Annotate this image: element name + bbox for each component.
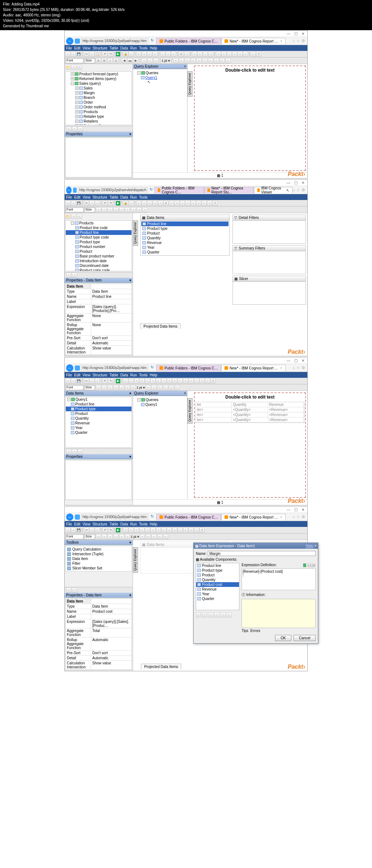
- tab-new-report[interactable]: New* - IBM Cognos Report …×: [221, 38, 286, 44]
- query-explorer-body: −Queries Query1 ↖: [133, 69, 187, 85]
- tips-tab[interactable]: Tips: [242, 629, 248, 633]
- refresh-button[interactable]: ↻: [149, 38, 155, 44]
- slicer-panel: ▦ Slicer: [232, 276, 306, 305]
- available-components-tree[interactable]: Product line Product type Product Quanti…: [196, 563, 239, 610]
- ie-icon: [73, 188, 77, 193]
- expression-dialog: ▦ Data Item Expression - Data Item1 Help…: [193, 543, 318, 644]
- data-items-tree[interactable]: −Query1 Product line Product type Produc…: [65, 397, 132, 448]
- tool-query-calculation[interactable]: Query Calculation: [66, 547, 131, 552]
- toolbar-1: ▫▫💾✂▫📋↶↷▶🔒▫▫▫▫▫▫▫▫Σ▫▫▫▫▫▫▫▫▫▫▫▫?: [65, 51, 307, 57]
- menu-bar: File Edit View Structure Table Data Run …: [65, 45, 307, 51]
- menu-file[interactable]: File: [66, 46, 72, 50]
- home-icon[interactable]: ⌂: [292, 39, 295, 43]
- video-info-header: File: Adding Data.mp4 Size: 26813572 byt…: [0, 0, 372, 30]
- data-items-title: Data Items▾: [65, 391, 133, 396]
- favorites-icon[interactable]: ☆: [296, 39, 300, 43]
- report-canvas: Double-click to edit text terQuantityRev…: [194, 392, 306, 498]
- menu-view[interactable]: View: [82, 46, 90, 50]
- dialog-titlebar[interactable]: ▦ Data Item Expression - Data Item1 Help…: [194, 543, 318, 549]
- menu-table[interactable]: Table: [109, 46, 118, 50]
- packt-watermark: Packt›: [288, 171, 305, 177]
- query-explorer-title: Query Explorer×: [133, 64, 187, 69]
- validate-button[interactable]: ✓: [303, 563, 306, 567]
- properties-panel: [65, 137, 132, 177]
- menu-structure[interactable]: Structure: [93, 46, 108, 50]
- dialog-close-icon[interactable]: ×: [314, 544, 316, 548]
- dialog-help-link[interactable]: Help: [306, 544, 314, 548]
- menu-help[interactable]: Help: [150, 46, 157, 50]
- screenshot-frame-1: — ▢ ✕ ← http://cognos:19300/p2pd/pat/rsa…: [64, 30, 308, 179]
- data-item[interactable]: Product line: [141, 221, 229, 226]
- close-icon[interactable]: ×: [184, 64, 186, 68]
- cognos-icon: [159, 39, 163, 43]
- data-items-panel: ▦ Data Items Product line Product type P…: [140, 215, 230, 256]
- size-selector[interactable]: Size: [84, 58, 95, 63]
- tab-public-folders[interactable]: Public Folders - IBM Cognos C…: [156, 38, 221, 44]
- close-button[interactable]: ✕: [301, 32, 305, 36]
- detail-filters-panel: ▽ Detail Filters: [232, 215, 306, 244]
- menu-tools[interactable]: Tools: [139, 46, 147, 50]
- browser-toolbar: ← http://cognos:19300/p2pd/pat/rsapp.htm…: [65, 37, 307, 45]
- minimize-button[interactable]: —: [286, 32, 291, 36]
- source-tree[interactable]: +Product forecast (query) +Returned item…: [65, 71, 132, 125]
- ie-icon: [75, 39, 80, 44]
- cognos-icon: [225, 39, 228, 43]
- errors-tab[interactable]: Errors: [250, 629, 260, 633]
- toolbox-title: Toolbox▾: [65, 540, 133, 545]
- screenshot-frame-2: —▢✕ ← http://cognos:19300/p2pd/servlet/d…: [64, 179, 308, 356]
- menu-run[interactable]: Run: [130, 46, 137, 50]
- toolbox-panel[interactable]: Query Calculation Intersection (Tuple) D…: [65, 546, 132, 572]
- cancel-button[interactable]: Cancel: [294, 635, 316, 641]
- close-icon[interactable]: ×: [280, 39, 282, 43]
- canvas-placeholder[interactable]: Double-click to edit text: [195, 66, 305, 74]
- properties-grid[interactable]: Data Item TypeData Item NameProduct line…: [65, 284, 132, 355]
- font-selector[interactable]: Font: [65, 58, 84, 63]
- available-components-label: ▦ Available Components:: [196, 557, 237, 561]
- menu-edit[interactable]: Edit: [74, 46, 80, 50]
- tree-toolbar: ▫▫▫: [65, 126, 133, 132]
- address-bar[interactable]: http://cognos:19300/p2pd/pat/rsapp.htm: [81, 38, 148, 44]
- name-label: Name:: [196, 552, 206, 556]
- projected-data-items-tab[interactable]: Projected Data Items: [141, 664, 181, 669]
- query-explorer-tab[interactable]: Query Explorer: [187, 71, 193, 97]
- back-button[interactable]: ←: [66, 37, 73, 45]
- gear-icon[interactable]: ⚙: [302, 39, 305, 43]
- source-tab-icon[interactable]: 📁: [65, 65, 70, 70]
- center-area: Query Explorer× −Queries Query1 ↖ Query …: [133, 64, 307, 178]
- report-canvas[interactable]: Double-click to edit text: [194, 65, 306, 171]
- expression-definition-label: Expression Definition:: [242, 563, 277, 568]
- information-label: Information:: [246, 593, 266, 597]
- data-items-header: ▦ Data Items: [141, 215, 229, 221]
- tool-slicer-member-set[interactable]: Slicer Member Set: [66, 566, 131, 571]
- data-preview-grid[interactable]: terQuantityRevenue ter><Quantity><Revenu…: [195, 402, 304, 423]
- products-tree[interactable]: −Products Product line code Product line…: [65, 220, 132, 271]
- tool-filter[interactable]: Filter: [66, 561, 131, 566]
- back-button[interactable]: ←: [66, 187, 72, 194]
- projected-data-items-tab[interactable]: Projected Data Items: [140, 323, 181, 329]
- run-button[interactable]: ▶: [116, 52, 121, 57]
- properties-dataitem-title: Properties - Data Item▾: [65, 278, 133, 283]
- page-number: ▦ 1: [133, 172, 307, 178]
- name-input[interactable]: [208, 551, 316, 556]
- properties-title: Properties▾: [65, 132, 133, 137]
- menu-data[interactable]: Data: [120, 46, 128, 50]
- information-panel: [242, 599, 316, 628]
- ok-button[interactable]: OK: [275, 635, 291, 641]
- screenshot-frame-3: —▢✕ ← http://cognos:19300/p2pd/pat/rsapp…: [64, 357, 308, 505]
- left-panel: 📁▫▫ +Product forecast (query) +Returned …: [65, 64, 133, 178]
- window-titlebar: — ▢ ✕: [65, 31, 307, 37]
- expression-textarea[interactable]: [Revenue]-[Product cost]I: [242, 568, 316, 590]
- address-bar[interactable]: http://cognos:19300/p2pd/servlet/dispatc…: [78, 187, 148, 193]
- collapse-icon[interactable]: ▾: [129, 132, 131, 136]
- tab-cognos-viewer[interactable]: IBM Cognos Viewer↖: [254, 187, 292, 193]
- new-button[interactable]: ▫: [65, 52, 70, 57]
- summary-filters-panel: ▽ Summary Filters: [232, 245, 306, 274]
- tool-data-item[interactable]: Data Item: [66, 556, 131, 561]
- tool-intersection[interactable]: Intersection (Tuple): [66, 552, 131, 556]
- screenshot-frame-4: —▢✕ ← http://cognos:19300/p2pd/pat/rsapp…: [64, 506, 308, 671]
- maximize-button[interactable]: ▢: [294, 32, 298, 36]
- query1-link[interactable]: Query1: [136, 75, 184, 80]
- toolbar-2: Font Size ABIU◀▬▶▫▫▫1 pt ▾▫▫▫▫▫▫▫▫▫▫: [65, 57, 307, 64]
- properties-grid-4: Data Item TypeData Item NameProduct cost…: [65, 599, 132, 670]
